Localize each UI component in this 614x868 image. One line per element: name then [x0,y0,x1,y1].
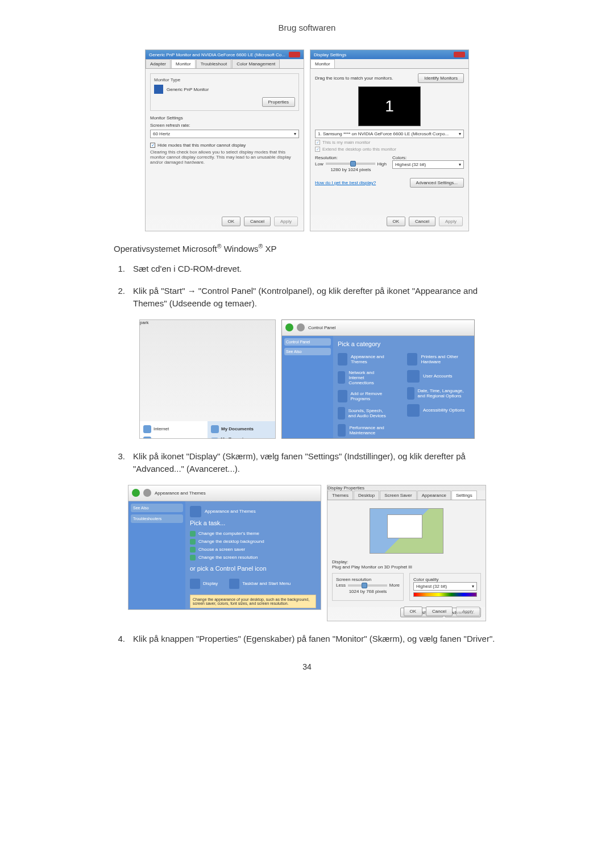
res-more: More [389,583,400,588]
back-icon[interactable] [132,489,140,497]
start-item-mydocs[interactable]: My Documents [210,423,273,435]
resolution-slider[interactable] [326,163,375,165]
appearance-tasks-screenshot: Appearance and Themes See Also Troublesh… [128,485,321,610]
tab-troubleshoot[interactable]: Troubleshoot [196,59,231,68]
apptask-title: Appearance and Themes [205,509,256,514]
step-text: Klik på knappen "Properties" (Egenskaber… [133,633,500,646]
step-2: 2. Klik på "Start" → "Control Panel" (Ko… [114,285,500,310]
start-menu-screenshot: park Internet E-mail HCT 10.0 Notepad Pa… [139,319,276,439]
cancel-button[interactable]: Cancel [409,217,435,226]
help-link[interactable]: How do I get the best display? [315,180,376,185]
cat-network[interactable]: Network and Internet Connections [338,370,390,385]
main-monitor-label: This is my main monitor [322,140,370,145]
side-troubleshoot: Troubleshooters [131,514,183,523]
cancel-button[interactable]: Cancel [426,607,453,616]
page-number: 34 [102,662,512,671]
tab-desktop[interactable]: Desktop [354,491,379,500]
monitor-type-fieldset: Monitor Type Generic PnP Monitor Propert… [150,73,299,111]
resolution-slider[interactable] [348,584,387,587]
dialog-titlebar: Display Properties [327,485,486,491]
programs-icon [338,390,347,402]
monitor-icon [154,85,163,94]
extend-desktop-checkbox: ✓ [315,147,320,152]
apply-button[interactable]: Apply [456,607,480,616]
cat-datetime[interactable]: Date, Time, Language, and Regional Optio… [407,387,470,400]
start-menu-header: park [140,320,275,421]
step-text: Sæt cd'en i CD-ROM-drevet. [133,263,500,276]
monitor-select-dropdown[interactable]: 1. Samsung **** on NVIDIA GeForce 6600 L… [315,130,464,138]
address-label: Control Panel [308,325,335,330]
res-legend: Screen resolution [336,577,400,582]
dialog-titlebar: Display Settings [310,50,468,59]
tab-screensaver[interactable]: Screen Saver [380,491,416,500]
start-item-email[interactable]: E-mail [142,435,205,439]
cat-users[interactable]: User Accounts [407,370,470,383]
pick-task-heading: Pick a task... [190,520,316,526]
color-quality-dropdown[interactable]: Highest (32 bit) [413,582,477,591]
display-icon [338,353,347,366]
resolution-value: 1280 by 1024 pixels [315,167,387,172]
cat-appearance[interactable]: Appearance and Themes [338,353,390,366]
ok-button[interactable]: OK [222,217,241,226]
step-num: 2. [114,285,125,310]
control-panel-category-screenshot: Control Panel Control Panel See Also Pic… [281,319,475,439]
identify-monitors-button[interactable]: Identify Monitors [418,73,464,83]
colors-label: Colors: [392,155,464,160]
cp-sidebar: Control Panel See Also [282,336,333,438]
apply-button[interactable]: Apply [274,217,298,226]
tab-appearance[interactable]: Appearance [417,491,451,500]
start-item-internet[interactable]: Internet [142,423,205,435]
res-low: Low [315,161,323,167]
task-resolution[interactable]: Change the screen resolution [190,555,316,560]
display-properties-dialog: Display Properties Themes Desktop Screen… [327,485,486,621]
cat-sounds[interactable]: Sounds, Speech, and Audio Devices [338,407,390,420]
task-theme[interactable]: Change the computer's theme [190,531,316,537]
close-icon[interactable] [289,52,300,57]
refresh-rate-dropdown[interactable]: 60 Hertz [150,130,299,138]
tab-settings[interactable]: Settings [451,491,477,500]
task-background[interactable]: Change the desktop background [190,539,316,545]
hide-modes-label: Hide modes that this monitor cannot disp… [157,143,246,148]
task-screensaver[interactable]: Choose a screen saver [190,547,316,553]
hide-modes-checkbox[interactable]: ✓ [150,143,155,148]
close-icon[interactable] [454,52,465,57]
cat-performance[interactable]: Performance and Maintenance [338,424,390,437]
arrow-icon [190,547,196,553]
cat-printers[interactable]: Printers and Other Hardware [407,353,470,366]
tab-themes[interactable]: Themes [327,491,353,500]
monitor-preview[interactable]: 1 [358,86,421,126]
display-icon [190,579,200,589]
explorer-toolbar: Appearance and Themes [128,485,321,501]
cp-content: Pick a category Appearance and Themes Ne… [333,336,474,438]
advanced-settings-button[interactable]: Advanced Settings... [410,178,464,188]
back-icon[interactable] [285,323,293,331]
dialog-titlebar: Generic PnP Monitor and NVIDIA GeForce 6… [146,50,304,59]
ok-button[interactable]: OK [404,607,423,616]
cat-accessibility[interactable]: Accessibility Options [407,404,470,417]
pick-category-heading: Pick a category [338,340,470,347]
monitor-name: Generic PnP Monitor [167,87,209,92]
forward-icon[interactable] [143,489,151,497]
step-num: 3. [114,450,125,476]
res-high: High [377,161,387,167]
cp-icon-taskbar[interactable]: Taskbar and Start Menu [229,579,291,589]
cancel-button[interactable]: Cancel [244,217,271,226]
folder-icon [211,425,219,433]
step-num: 4. [114,633,125,646]
cat-addremove[interactable]: Add or Remove Programs [338,390,390,402]
apptask-sidebar: See Also Troubleshooters [128,501,185,609]
colors-dropdown[interactable]: Highest (32 bit) [392,160,464,169]
properties-button[interactable]: Properties [262,97,295,107]
forward-icon[interactable] [297,323,305,331]
arrow-icon [190,539,196,545]
start-item-recent[interactable]: My Recent Documents ▸ [210,435,273,439]
cp-icon-display[interactable]: Display [190,579,218,589]
tab-monitor[interactable]: Monitor [310,59,335,68]
apptask-content: Appearance and Themes Pick a task... Cha… [185,501,321,609]
tab-adapter[interactable]: Adapter [146,59,171,68]
ok-button[interactable]: OK [387,217,406,226]
tab-color-management[interactable]: Color Management [232,59,280,68]
appearance-icon [190,506,201,517]
apply-button[interactable]: Apply [439,217,463,226]
tab-monitor[interactable]: Monitor [171,59,196,68]
